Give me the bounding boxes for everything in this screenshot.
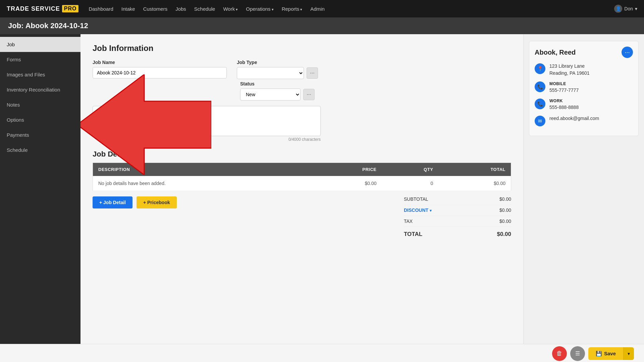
email-row: ✉ reed.abook@gmail.com <box>535 115 633 126</box>
sidebar-item-options[interactable]: Options <box>0 112 80 127</box>
sidebar-item-job[interactable]: Job <box>0 37 80 52</box>
add-pricebook-button[interactable]: + Pricebook <box>137 196 177 208</box>
sidebar-item-schedule[interactable]: Schedule <box>0 142 80 158</box>
address-row: 📍 123 Library Lane Reading, PA 19601 <box>535 63 633 77</box>
job-type-group: Job Type ··· <box>237 60 318 79</box>
right-panel: Abook, Reed ··· 📍 123 Library Lane Readi… <box>523 34 644 344</box>
table-row: No job details have been added. $0.00 0 … <box>93 176 511 191</box>
address-line2: Reading, PA 19601 <box>549 70 590 77</box>
job-details-title: Job Details <box>93 150 511 159</box>
sidebar-item-inventory-reconciliation[interactable]: Inventory Reconciliation <box>0 82 80 97</box>
save-button-group: 💾 Save ▾ <box>588 347 634 360</box>
table-header: DESCRIPTION PRICE QTY TOTAL <box>93 163 511 176</box>
discount-arrow-icon: ▾ <box>430 208 432 213</box>
sidebar-item-images-and-files[interactable]: Images and Files <box>0 67 80 82</box>
job-type-label: Job Type <box>237 60 318 65</box>
col-qty: QTY <box>382 163 439 176</box>
status-more-button[interactable]: ··· <box>303 89 315 100</box>
tax-label: TAX <box>404 219 413 224</box>
bottom-bar: 🗑 ☰ 💾 Save ▾ <box>0 344 644 362</box>
discount-label[interactable]: DISCOUNT ▾ <box>404 207 432 213</box>
nav-intake[interactable]: Intake <box>121 6 135 12</box>
tax-row: TAX $0.00 <box>404 216 511 227</box>
job-name-input[interactable] <box>93 67 227 78</box>
details-actions: + Job Detail + Pricebook <box>93 196 177 208</box>
col-total: TOTAL <box>438 163 511 176</box>
nav-admin[interactable]: Admin <box>310 6 325 12</box>
save-icon: 💾 <box>596 351 602 357</box>
email-address: reed.abook@gmail.com <box>549 115 599 122</box>
mobile-number: 555-777-7777 <box>549 87 579 94</box>
customer-header: Abook, Reed ··· <box>535 47 633 58</box>
totals-section: SUBTOTAL $0.00 DISCOUNT ▾ $0.00 TAX $0.0… <box>404 194 511 240</box>
user-menu[interactable]: 👤 Don ▾ <box>614 5 637 13</box>
subtotal-label: SUBTOTAL <box>404 196 428 202</box>
empty-description: No job details have been added. <box>93 176 312 191</box>
customer-card: Abook, Reed ··· 📍 123 Library Lane Readi… <box>529 41 639 136</box>
table-body: No job details have been added. $0.00 0 … <box>93 176 511 191</box>
subtotal-row: SUBTOTAL $0.00 <box>404 194 511 205</box>
job-type-more-button[interactable]: ··· <box>307 67 318 79</box>
job-type-select[interactable] <box>237 67 304 79</box>
nav-operations[interactable]: Operations <box>246 6 273 12</box>
job-name-type-row: Job Name Job Type ··· <box>93 60 511 79</box>
discount-row: DISCOUNT ▾ $0.00 <box>404 205 511 216</box>
nav-reports[interactable]: Reports <box>282 6 303 12</box>
job-details-section: Job Details DESCRIPTION PRICE QTY TOTAL … <box>93 150 511 240</box>
user-dropdown-icon: ▾ <box>635 6 637 11</box>
customer-more-button[interactable]: ··· <box>622 47 633 58</box>
total-value: $0.00 <box>497 231 511 238</box>
total-label: TOTAL <box>404 231 422 238</box>
list-button[interactable]: ☰ <box>570 346 585 361</box>
save-button[interactable]: 💾 Save <box>588 347 623 360</box>
user-avatar-icon: 👤 <box>614 5 622 13</box>
nav-customers[interactable]: Customers <box>143 6 168 12</box>
nav-dashboard[interactable]: Dashboard <box>89 6 113 12</box>
col-description: DESCRIPTION <box>93 163 312 176</box>
work-label: WORK <box>549 98 579 104</box>
discount-value: $0.00 <box>499 207 511 213</box>
notes-textarea-wrap: 0/4000 characters <box>93 106 511 142</box>
empty-price: $0.00 <box>312 176 382 191</box>
job-name-label: Job Name <box>93 60 227 65</box>
main-content: Job Information Job Name Job Type ··· St… <box>80 34 523 344</box>
trash-icon: 🗑 <box>556 350 562 357</box>
main-layout: Job Forms Images and Files Inventory Rec… <box>0 34 644 344</box>
delete-button[interactable]: 🗑 <box>552 346 567 361</box>
top-navigation: TRADE SERVICE PRO Dashboard Intake Custo… <box>0 0 644 17</box>
nav-work[interactable]: Work <box>223 6 238 12</box>
mobile-phone-icon: 📞 <box>535 81 545 92</box>
nav-schedule[interactable]: Schedule <box>194 6 215 12</box>
location-icon: 📍 <box>535 63 545 74</box>
work-phone-icon: 📞 <box>535 99 545 109</box>
sidebar-item-payments[interactable]: Payments <box>0 127 80 142</box>
job-info-title: Job Information <box>93 44 511 53</box>
work-number: 555-888-8888 <box>549 104 579 111</box>
status-group: Status New In Progress Completed Cancell… <box>240 81 315 101</box>
empty-total: $0.00 <box>438 176 511 191</box>
user-name: Don <box>624 6 633 11</box>
email-icon: ✉ <box>535 116 545 126</box>
job-title: Job: Abook 2024-10-12 <box>8 21 88 30</box>
tax-value: $0.00 <box>499 219 511 224</box>
job-notes-textarea[interactable] <box>93 106 321 136</box>
job-name-group: Job Name <box>93 60 227 79</box>
mobile-row: 📞 MOBILE 555-777-7777 <box>535 81 633 94</box>
total-row: TOTAL $0.00 <box>404 227 511 240</box>
sidebar-item-forms[interactable]: Forms <box>0 52 80 67</box>
logo-badge: PRO <box>62 5 79 12</box>
status-select[interactable]: New In Progress Completed Cancelled <box>240 88 301 101</box>
work-row: 📞 WORK 555-888-8888 <box>535 98 633 111</box>
mobile-label: MOBILE <box>549 81 579 87</box>
status-label: Status <box>240 81 315 86</box>
col-price: PRICE <box>312 163 382 176</box>
save-dropdown-button[interactable]: ▾ <box>623 347 634 360</box>
app-logo: TRADE SERVICE PRO <box>7 5 78 12</box>
customer-name: Abook, Reed <box>535 49 576 56</box>
add-job-detail-button[interactable]: + Job Detail <box>93 196 132 208</box>
char-count: 0/4000 characters <box>93 137 321 142</box>
subtotal-value: $0.00 <box>499 196 511 202</box>
address-line1: 123 Library Lane <box>549 63 590 70</box>
nav-jobs[interactable]: Jobs <box>175 6 186 12</box>
sidebar-item-notes[interactable]: Notes <box>0 97 80 112</box>
